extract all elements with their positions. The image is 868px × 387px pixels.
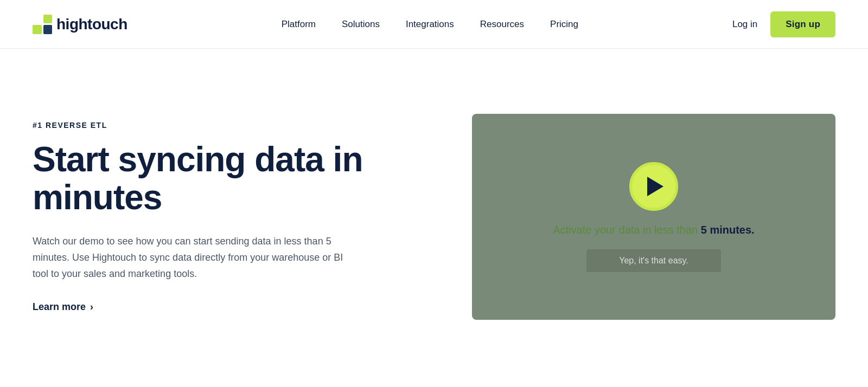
- hero-section: #1 REVERSE ETL Start syncing data in min…: [0, 49, 868, 385]
- logo-area: hightouch: [33, 15, 127, 34]
- video-subtitle: Yep, it's that easy.: [619, 256, 688, 265]
- navbar-actions: Log in Sign up: [732, 11, 835, 37]
- logo-sq-tl: [33, 15, 42, 24]
- nav-platform[interactable]: Platform: [282, 19, 316, 30]
- video-subtitle-bar: Yep, it's that easy.: [586, 249, 721, 272]
- navbar: hightouch Platform Solutions Integration…: [0, 0, 868, 49]
- video-caption-part2: 5 minutes.: [701, 224, 755, 236]
- logo-text: hightouch: [56, 16, 127, 33]
- nav-resources[interactable]: Resources: [480, 19, 524, 30]
- login-link[interactable]: Log in: [732, 19, 757, 30]
- nav-pricing[interactable]: Pricing: [550, 19, 578, 30]
- logo-sq-bl: [33, 25, 42, 34]
- play-icon: [647, 177, 663, 196]
- learn-more-link[interactable]: Learn more ›: [33, 301, 93, 313]
- main-nav: Platform Solutions Integrations Resource…: [282, 19, 578, 30]
- logo-sq-br: [43, 25, 53, 34]
- hero-description: Watch our demo to see how you can start …: [33, 234, 358, 282]
- video-caption-part1: Activate your data in less than: [553, 224, 700, 236]
- logo-icon: [33, 15, 52, 34]
- video-panel[interactable]: Activate your data in less than 5 minute…: [472, 114, 835, 320]
- nav-solutions[interactable]: Solutions: [342, 19, 380, 30]
- hero-eyebrow: #1 REVERSE ETL: [33, 121, 401, 130]
- arrow-icon: ›: [90, 301, 93, 313]
- video-caption: Activate your data in less than 5 minute…: [553, 224, 754, 236]
- hero-content: #1 REVERSE ETL Start syncing data in min…: [33, 121, 401, 313]
- learn-more-label: Learn more: [33, 301, 86, 313]
- nav-integrations[interactable]: Integrations: [406, 19, 454, 30]
- hero-media: Activate your data in less than 5 minute…: [434, 114, 835, 320]
- signup-button[interactable]: Sign up: [770, 11, 835, 37]
- logo-sq-tr: [43, 15, 53, 24]
- hero-title: Start syncing data in minutes: [33, 140, 401, 217]
- play-button[interactable]: [629, 162, 678, 211]
